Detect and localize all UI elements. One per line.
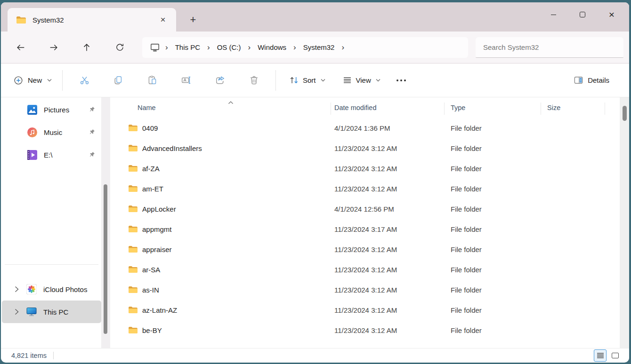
file-name[interactable]: appmgmt (142, 225, 172, 233)
file-list-scrollbar-thumb[interactable] (623, 106, 627, 121)
folder-icon (128, 124, 138, 134)
copy-icon (113, 75, 124, 86)
file-type: File folder (451, 326, 482, 334)
file-row[interactable]: ar-SA 11/23/2024 3:12 AM File folder (110, 260, 620, 280)
column-header-size[interactable]: Size (547, 104, 560, 111)
file-row[interactable]: am-ET 11/23/2024 3:12 AM File folder (110, 179, 620, 199)
delete-button[interactable] (243, 70, 265, 91)
refresh-button[interactable] (109, 38, 130, 57)
column-header-type[interactable]: Type (451, 104, 465, 111)
sidebar-scrollbar[interactable] (101, 97, 110, 348)
file-type: File folder (451, 124, 482, 132)
sort-button-label: Sort (303, 76, 316, 84)
breadcrumb-this-pc[interactable]: This PC (171, 41, 204, 54)
file-row[interactable]: be-BY 11/23/2024 3:12 AM File folder (110, 321, 620, 341)
column-divider[interactable] (331, 103, 331, 115)
file-name[interactable]: be-BY (142, 326, 162, 334)
folder-icon (128, 144, 138, 154)
sidebar-item-music[interactable]: Music (2, 121, 101, 143)
column-header-date-modified[interactable]: Date modified (334, 104, 376, 111)
minimize-icon (551, 15, 556, 15)
maximize-button[interactable] (568, 2, 597, 27)
share-icon (215, 75, 226, 86)
chevron-down-icon (321, 79, 325, 82)
window-controls: × (539, 2, 626, 27)
chevron-down-icon (376, 79, 380, 82)
breadcrumb-system32[interactable]: System32 (299, 41, 339, 54)
expand-chevron-icon[interactable] (10, 286, 23, 293)
sidebar-item-pictures[interactable]: Pictures (2, 98, 101, 121)
close-button[interactable]: × (597, 2, 626, 27)
file-type: File folder (451, 144, 482, 152)
more-options-button[interactable] (390, 70, 413, 91)
details-view-toggle[interactable] (594, 349, 607, 362)
file-name[interactable]: af-ZA (142, 165, 160, 173)
file-name[interactable]: az-Latn-AZ (142, 306, 177, 314)
file-row[interactable]: AdvancedInstallers 11/23/2024 3:12 AM Fi… (110, 139, 620, 159)
file-row[interactable]: af-ZA 11/23/2024 3:12 AM File folder (110, 159, 620, 179)
share-button[interactable] (209, 70, 231, 91)
up-button[interactable] (76, 38, 97, 57)
file-name[interactable]: am-ET (142, 185, 163, 193)
file-list-scrollbar[interactable] (620, 97, 629, 348)
details-pane-button[interactable]: Details (567, 71, 615, 89)
folder-icon (128, 165, 138, 174)
folder-icon (128, 205, 138, 214)
sidebar-item-e-drive[interactable]: E:\ (2, 143, 101, 166)
paste-button[interactable] (141, 70, 163, 91)
back-button[interactable] (10, 38, 31, 57)
arrow-right-icon (49, 42, 59, 53)
file-row[interactable]: appmgmt 11/23/2024 3:17 AM File folder (110, 220, 620, 240)
search-input[interactable] (476, 37, 623, 58)
tab-close-button[interactable]: × (156, 13, 170, 26)
status-divider (53, 352, 54, 359)
file-type: File folder (451, 306, 482, 314)
file-date-modified: 11/23/2024 3:12 AM (334, 185, 397, 193)
status-bar: 4,821 items (1, 348, 629, 363)
file-name[interactable]: ar-SA (142, 266, 160, 274)
sidebar-item-this-pc[interactable]: This PC (2, 301, 101, 323)
this-pc-icon (26, 307, 37, 317)
file-row[interactable]: AppLocker 4/1/2024 12:56 PM File folder (110, 199, 620, 220)
cut-button[interactable] (73, 70, 96, 91)
column-divider[interactable] (541, 103, 541, 115)
chevron-right-icon: › (162, 43, 171, 52)
folder-icon (16, 16, 26, 24)
explorer-tab[interactable]: System32 × (8, 8, 176, 32)
expand-chevron-icon[interactable] (10, 309, 23, 315)
media-drive-icon (27, 150, 37, 160)
chevron-right-icon: › (204, 43, 213, 52)
icons-view-toggle[interactable] (609, 349, 622, 362)
forward-button[interactable] (43, 38, 64, 57)
file-name[interactable]: AppLocker (142, 205, 176, 213)
file-row[interactable]: 0409 4/1/2024 1:36 PM File folder (110, 119, 620, 139)
view-button[interactable]: View (337, 71, 386, 89)
file-name[interactable]: appraiser (142, 245, 172, 253)
new-button[interactable]: New (8, 71, 57, 89)
sort-button[interactable]: Sort (283, 71, 331, 89)
column-headers: Name Date modified Type Size (110, 97, 620, 119)
sidebar-scrollbar-thumb[interactable] (104, 184, 107, 334)
file-date-modified: 11/23/2024 3:12 AM (334, 165, 397, 173)
breadcrumb-windows[interactable]: Windows (254, 41, 290, 54)
column-divider[interactable] (444, 103, 445, 115)
column-header-name[interactable]: Name (138, 104, 156, 111)
file-name[interactable]: as-IN (142, 286, 159, 294)
minimize-button[interactable] (539, 2, 568, 27)
maximize-icon (580, 12, 585, 17)
folder-icon (128, 225, 138, 235)
column-divider[interactable] (605, 103, 605, 115)
sidebar-item-icloud-photos[interactable]: iCloud Photos (2, 278, 101, 301)
breadcrumb-os-c[interactable]: OS (C:) (213, 41, 245, 54)
title-bar: System32 × + × (1, 2, 629, 32)
file-row[interactable]: appraiser 11/23/2024 3:12 AM File folder (110, 240, 620, 260)
copy-button[interactable] (107, 70, 129, 91)
file-row[interactable]: as-IN 11/23/2024 3:12 AM File folder (110, 280, 620, 301)
file-row[interactable]: az-Latn-AZ 11/23/2024 3:12 AM File folde… (110, 301, 620, 321)
file-name[interactable]: AdvancedInstallers (142, 144, 202, 152)
rename-button[interactable] (175, 70, 197, 91)
new-tab-button[interactable]: + (186, 13, 201, 27)
file-name[interactable]: 0409 (142, 124, 158, 132)
file-date-modified: 11/23/2024 3:12 AM (334, 326, 397, 334)
file-explorer-window: System32 × + × › (1, 2, 629, 363)
